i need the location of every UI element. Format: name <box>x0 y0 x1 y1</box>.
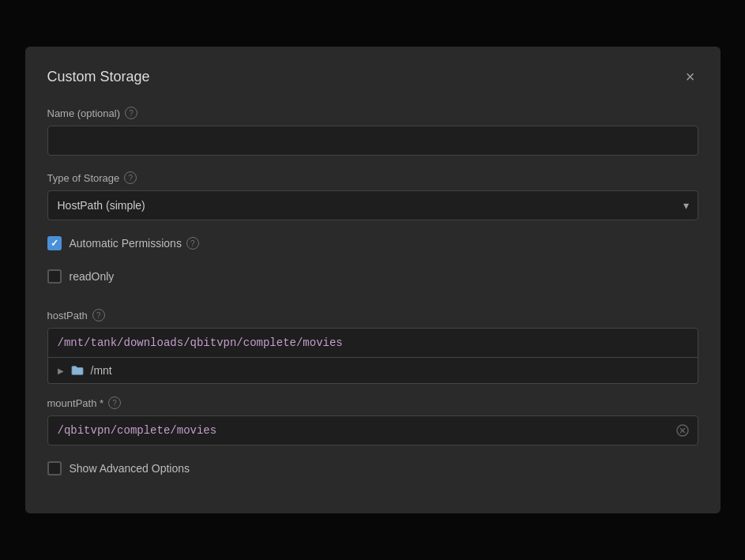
modal-title: Custom Storage <box>47 69 150 85</box>
spacer-1 <box>47 263 698 269</box>
show-advanced-checkbox[interactable] <box>47 461 62 475</box>
name-help-icon[interactable]: ? <box>125 107 137 119</box>
hostpath-label-text: hostPath <box>47 310 88 321</box>
mountpath-label: mountPath * ? <box>47 397 698 409</box>
spacer-3 <box>47 303 698 309</box>
readonly-label: readOnly <box>70 270 115 283</box>
type-select-wrapper: HostPath (simple) HostPath NFS SMB/CIFS … <box>47 190 698 220</box>
path-browser-text: /mnt <box>91 364 112 377</box>
readonly-row: readOnly <box>47 269 698 284</box>
automatic-permissions-text: Automatic Permissions <box>70 237 182 250</box>
type-label: Type of Storage ? <box>47 171 698 184</box>
path-browser[interactable]: ▶ /mnt <box>47 358 698 384</box>
path-browser-arrow-icon: ▶ <box>58 366 64 375</box>
show-advanced-label: Show Advanced Options <box>70 462 190 475</box>
type-help-icon[interactable]: ? <box>124 171 137 184</box>
show-advanced-box[interactable] <box>47 461 62 475</box>
name-input[interactable] <box>47 126 698 156</box>
modal-dialog: Custom Storage × Name (optional) ? Type … <box>25 47 721 513</box>
mountpath-input[interactable] <box>47 415 698 445</box>
mountpath-help-icon[interactable]: ? <box>108 397 121 409</box>
spacer-2 <box>47 296 698 303</box>
automatic-permissions-box[interactable] <box>47 236 62 250</box>
readonly-checkbox[interactable] <box>47 269 62 284</box>
type-field-group: Type of Storage ? HostPath (simple) Host… <box>47 171 698 220</box>
hostpath-group: hostPath ? ▶ /mnt <box>47 309 698 384</box>
name-label: Name (optional) ? <box>47 107 698 119</box>
modal-overlay: Custom Storage × Name (optional) ? Type … <box>0 0 745 560</box>
folder-icon <box>70 365 85 376</box>
automatic-permissions-checkbox[interactable] <box>47 236 62 250</box>
mountpath-input-wrapper <box>47 415 698 445</box>
type-select[interactable]: HostPath (simple) HostPath NFS SMB/CIFS … <box>47 190 698 220</box>
name-field-group: Name (optional) ? <box>47 107 698 156</box>
automatic-permissions-row: Automatic Permissions ? <box>47 236 698 250</box>
hostpath-help-icon[interactable]: ? <box>92 309 105 321</box>
mountpath-clear-button[interactable] <box>675 423 690 438</box>
hostpath-input-container: ▶ /mnt <box>47 328 698 384</box>
show-advanced-text: Show Advanced Options <box>70 462 190 475</box>
name-label-text: Name (optional) <box>47 107 121 119</box>
hostpath-input[interactable] <box>47 328 698 358</box>
mountpath-group: mountPath * ? <box>47 397 698 445</box>
readonly-box[interactable] <box>47 269 62 284</box>
show-advanced-row: Show Advanced Options <box>47 461 698 475</box>
automatic-permissions-help-icon[interactable]: ? <box>186 237 199 250</box>
close-button[interactable]: × <box>683 66 698 88</box>
readonly-text: readOnly <box>70 270 115 283</box>
hostpath-label: hostPath ? <box>47 309 698 321</box>
automatic-permissions-label: Automatic Permissions ? <box>70 237 199 250</box>
type-label-text: Type of Storage <box>47 172 120 184</box>
modal-header: Custom Storage × <box>47 66 698 88</box>
mountpath-label-text: mountPath * <box>47 397 104 409</box>
